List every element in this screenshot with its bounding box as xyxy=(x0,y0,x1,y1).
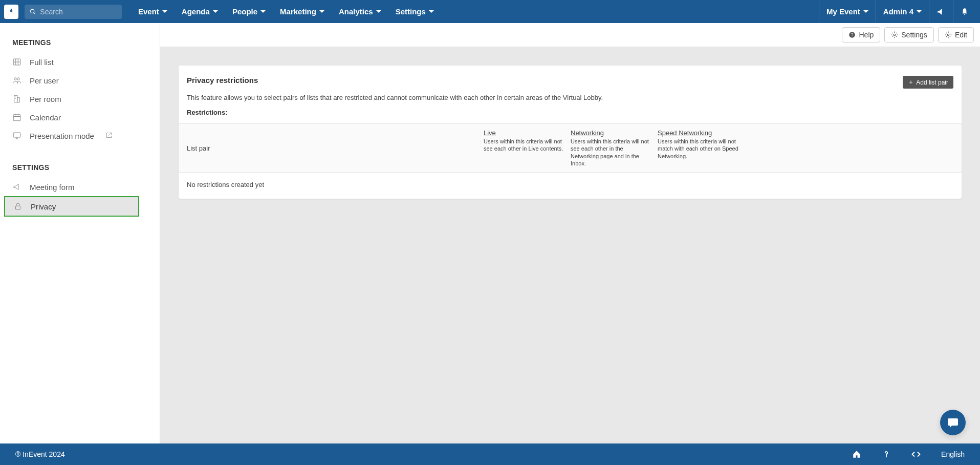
svg-point-24 xyxy=(947,34,949,36)
chat-icon xyxy=(947,416,959,429)
settings-button[interactable]: Settings xyxy=(884,27,934,43)
code-icon xyxy=(911,450,921,459)
sidebar-item-label: Calendar xyxy=(30,113,61,122)
chevron-down-icon xyxy=(260,10,266,13)
col-speed-networking: Speed Networking Users within this crite… xyxy=(658,129,745,167)
logo[interactable] xyxy=(4,5,18,19)
svg-line-19 xyxy=(108,133,111,135)
notification-button[interactable] xyxy=(953,0,976,23)
home-icon xyxy=(852,450,861,459)
footer: ® InEvent 2024 English xyxy=(0,443,980,465)
col-title: Networking xyxy=(571,129,651,137)
nav-admin[interactable]: Admin 4 xyxy=(876,0,929,23)
sidebar-section-meetings: MEETINGS xyxy=(0,38,160,53)
plus-icon: ＋ xyxy=(908,78,914,87)
search-icon xyxy=(30,8,36,15)
sidebar-item-label: Per user xyxy=(30,76,59,85)
main-content: ? Help Settings Edit Privacy restriction… xyxy=(160,23,980,443)
sidebar: MEETINGS Full list Per user Per room Cal… xyxy=(0,23,160,443)
sidebar-item-label: Presentation mode xyxy=(30,132,94,140)
nav-my-event[interactable]: My Event xyxy=(819,0,876,23)
sidebar-section-settings: SETTINGS xyxy=(0,163,160,178)
gear-icon xyxy=(945,31,952,38)
gear-icon xyxy=(891,31,898,38)
footer-language[interactable]: English xyxy=(941,450,965,458)
button-label: Help xyxy=(859,31,874,39)
nav-right: My Event Admin 4 xyxy=(819,0,976,23)
announcement-button[interactable] xyxy=(929,0,953,23)
chevron-down-icon xyxy=(917,10,922,13)
nav-people[interactable]: People xyxy=(226,2,272,22)
chevron-down-icon xyxy=(319,10,324,13)
svg-line-1 xyxy=(34,12,35,14)
sidebar-item-per-user[interactable]: Per user xyxy=(0,71,156,90)
sidebar-item-label: Per room xyxy=(30,95,61,103)
col-title: Speed Networking xyxy=(658,129,738,137)
nav-label: Admin 4 xyxy=(883,7,913,16)
nav-label: People xyxy=(232,7,257,16)
col-desc: Users within this criteria will not matc… xyxy=(658,138,738,159)
question-icon xyxy=(882,450,891,459)
users-icon xyxy=(12,76,21,85)
search-box[interactable] xyxy=(25,5,122,19)
help-button[interactable]: ? Help xyxy=(842,27,880,43)
panel-description: This feature allows you to select pairs … xyxy=(179,89,962,103)
footer-code[interactable] xyxy=(911,450,921,459)
sidebar-item-presentation[interactable]: Presentation mode xyxy=(0,126,156,145)
nav-settings[interactable]: Settings xyxy=(389,2,440,22)
nav-event[interactable]: Event xyxy=(132,2,173,22)
nav-label: Agenda xyxy=(182,7,210,16)
privacy-panel: Privacy restrictions ＋ Add list pair Thi… xyxy=(179,66,962,199)
nav-marketing[interactable]: Marketing xyxy=(274,2,331,22)
sidebar-item-full-list[interactable]: Full list xyxy=(0,53,156,71)
sidebar-item-calendar[interactable]: Calendar xyxy=(0,108,156,126)
nav-label: Analytics xyxy=(339,7,373,16)
nav-label: Settings xyxy=(396,7,426,16)
add-list-pair-button[interactable]: ＋ Add list pair xyxy=(903,76,953,89)
col-desc: Users within this criteria will not see … xyxy=(484,138,563,152)
grid-icon xyxy=(12,57,21,67)
svg-rect-20 xyxy=(16,206,20,209)
svg-rect-16 xyxy=(13,133,20,137)
nav-analytics[interactable]: Analytics xyxy=(333,2,387,22)
svg-point-6 xyxy=(14,78,17,80)
sidebar-item-label: Meeting form xyxy=(30,183,75,192)
svg-point-23 xyxy=(894,34,896,36)
svg-rect-8 xyxy=(14,95,17,102)
monitor-icon xyxy=(12,131,21,140)
chevron-down-icon xyxy=(162,10,167,13)
nav-menu: Event Agenda People Marketing Analytics … xyxy=(132,2,440,22)
sidebar-item-label: Full list xyxy=(30,58,54,67)
megaphone-icon xyxy=(12,182,21,192)
footer-home[interactable] xyxy=(852,450,861,459)
search-input[interactable] xyxy=(40,8,117,16)
col-title: Live xyxy=(484,129,564,137)
sidebar-item-per-room[interactable]: Per room xyxy=(0,90,156,108)
col-desc: Users within this criteria will not see … xyxy=(571,138,649,166)
panel-title: Privacy restrictions xyxy=(187,76,258,84)
chevron-down-icon xyxy=(376,10,381,13)
footer-copyright: ® InEvent 2024 xyxy=(15,450,65,458)
chat-widget[interactable] xyxy=(940,410,966,435)
lock-icon xyxy=(13,202,23,211)
nav-label: Event xyxy=(138,7,159,16)
col-live: Live Users within this criteria will not… xyxy=(484,129,571,167)
logo-icon xyxy=(7,8,15,16)
button-label: Edit xyxy=(955,31,967,39)
building-icon xyxy=(12,94,21,103)
action-bar: ? Help Settings Edit xyxy=(160,23,980,47)
chevron-down-icon xyxy=(213,10,218,13)
external-link-icon xyxy=(105,132,113,140)
top-navigation: Event Agenda People Marketing Analytics … xyxy=(0,0,980,23)
bell-icon xyxy=(961,8,969,16)
edit-button[interactable]: Edit xyxy=(938,27,974,43)
nav-agenda[interactable]: Agenda xyxy=(176,2,224,22)
chevron-down-icon xyxy=(429,10,434,13)
svg-point-0 xyxy=(31,9,34,13)
footer-help[interactable] xyxy=(882,450,891,459)
svg-rect-9 xyxy=(17,98,20,102)
svg-text:?: ? xyxy=(851,33,854,37)
sidebar-item-meeting-form[interactable]: Meeting form xyxy=(0,178,156,196)
sidebar-item-privacy[interactable]: Privacy xyxy=(4,196,139,217)
col-networking: Networking Users within this criteria wi… xyxy=(571,129,658,167)
